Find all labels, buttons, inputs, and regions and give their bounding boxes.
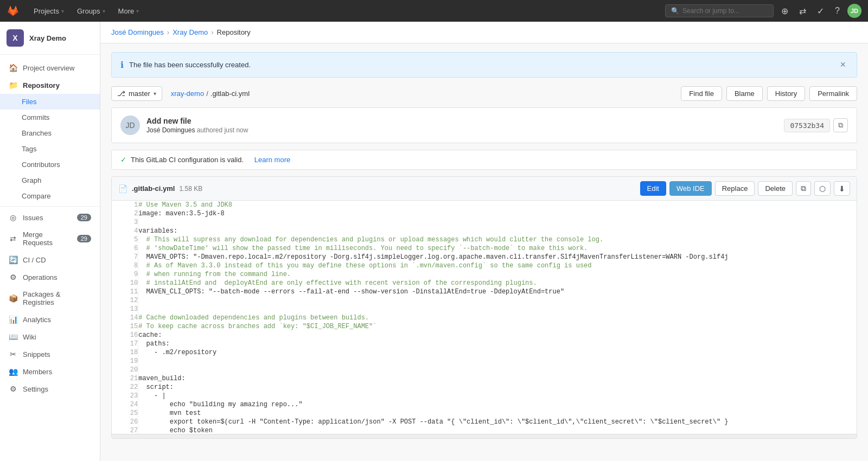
- line-code: - |: [138, 392, 857, 400]
- new-item-icon[interactable]: ⊕: [778, 4, 792, 18]
- copy-hash-button[interactable]: ⧉: [833, 118, 848, 132]
- sidebar-item-graph[interactable]: Graph: [0, 172, 100, 188]
- sidebar-item-contributors[interactable]: Contributors: [0, 157, 100, 172]
- line-number: 19: [112, 357, 138, 366]
- sidebar-item-members[interactable]: 👥 Members: [0, 363, 100, 380]
- branch-selector[interactable]: ⎇ master ▾: [111, 86, 162, 101]
- table-row: 2image: maven:3.5-jdk-8: [112, 209, 857, 218]
- ci-valid-text: This GitLab CI configuration is valid.: [131, 156, 244, 164]
- line-number: 10: [112, 279, 138, 287]
- merge-request-icon[interactable]: ⇄: [796, 4, 809, 18]
- sidebar-item-settings[interactable]: ⚙ Settings: [0, 380, 100, 398]
- groups-chevron-icon: ▾: [103, 8, 105, 14]
- sidebar-project[interactable]: X Xray Demo: [0, 22, 100, 55]
- search-bar[interactable]: 🔍: [665, 4, 774, 17]
- todo-icon[interactable]: ✓: [814, 4, 827, 18]
- edit-button[interactable]: Edit: [640, 181, 666, 196]
- sidebar-item-analytics[interactable]: 📊 Analytics: [0, 311, 100, 328]
- sidebar-item-branches[interactable]: Branches: [0, 125, 100, 141]
- home-icon: 🏠: [9, 63, 17, 72]
- line-number: 15: [112, 322, 138, 331]
- table-row: 18 - .m2/repository: [112, 348, 857, 357]
- table-row: 8 # As of Maven 3.3.0 instead of this yo…: [112, 261, 857, 270]
- sidebar-item-merge-requests[interactable]: ⇄ Merge Requests 29: [0, 226, 100, 251]
- code-scrollbar[interactable]: [112, 434, 857, 438]
- line-number: 27: [112, 426, 138, 434]
- alert-info-icon: ℹ: [120, 60, 124, 70]
- nav-projects[interactable]: Projects ▾: [28, 5, 69, 17]
- alert-banner: ℹ The file has been successfully created…: [111, 52, 857, 78]
- file-path-root[interactable]: xray-demo: [171, 89, 204, 98]
- nav-more[interactable]: More ▾: [113, 5, 145, 17]
- ci-learn-more-link[interactable]: Learn more: [254, 156, 290, 164]
- line-number: 17: [112, 340, 138, 348]
- sidebar-item-commits[interactable]: Commits: [0, 110, 100, 125]
- sidebar-item-wiki[interactable]: 📖 Wiki: [0, 328, 100, 345]
- commit-hash: 07532b34: [784, 119, 830, 132]
- sidebar-item-compare[interactable]: Compare: [0, 188, 100, 204]
- sidebar-item-packages[interactable]: 📦 Packages & Registries: [0, 286, 100, 311]
- line-code: [138, 218, 857, 227]
- line-code: [138, 366, 857, 374]
- line-number: 6: [112, 244, 138, 253]
- navbar-brand[interactable]: [7, 4, 20, 17]
- navbar-right: 🔍 ⊕ ⇄ ✓ ? JD: [665, 4, 861, 18]
- web-ide-button[interactable]: Web IDE: [669, 181, 712, 196]
- table-row: 1# Use Maven 3.5 and JDK8: [112, 201, 857, 209]
- settings-icon: ⚙: [9, 385, 17, 393]
- breadcrumb: José Domingues › Xray Demo › Repository: [100, 22, 868, 43]
- line-number: 9: [112, 270, 138, 279]
- table-row: 10 # installAtEnd and deployAtEnd are on…: [112, 279, 857, 287]
- line-code: # 'showDateTime' will show the passed ti…: [138, 244, 857, 253]
- more-chevron-icon: ▾: [136, 8, 139, 14]
- sidebar-item-operations[interactable]: ⚙ Operations: [0, 268, 100, 286]
- line-code: [138, 357, 857, 366]
- code-area[interactable]: 1# Use Maven 3.5 and JDK82image: maven:3…: [112, 201, 857, 434]
- download-button[interactable]: ⬇: [834, 181, 850, 196]
- sidebar-item-project-overview[interactable]: 🏠 Project overview: [0, 59, 100, 76]
- copy-content-button[interactable]: ⧉: [796, 181, 811, 196]
- breadcrumb-user[interactable]: José Domingues: [111, 28, 164, 36]
- breadcrumb-project[interactable]: Xray Demo: [173, 28, 208, 36]
- file-toolbar: ⎇ master ▾ xray-demo / .gitlab-ci.yml Fi…: [111, 86, 857, 101]
- line-code: mvn test: [138, 409, 857, 418]
- line-number: 16: [112, 331, 138, 340]
- nav-groups[interactable]: Groups ▾: [72, 5, 111, 17]
- delete-button[interactable]: Delete: [758, 181, 793, 196]
- viewer-actions: Edit Web IDE Replace Delete ⧉ ⬡ ⬇: [640, 181, 850, 196]
- find-file-button[interactable]: Find file: [681, 86, 722, 101]
- line-code: # As of Maven 3.3.0 instead of this you …: [138, 261, 857, 270]
- operations-icon: ⚙: [9, 273, 17, 281]
- analytics-icon: 📊: [9, 315, 17, 324]
- line-code: [138, 305, 857, 313]
- table-row: 23 - |: [112, 392, 857, 400]
- replace-button[interactable]: Replace: [715, 181, 755, 196]
- line-number: 12: [112, 296, 138, 305]
- line-number: 3: [112, 218, 138, 227]
- history-button[interactable]: History: [767, 86, 805, 101]
- sidebar-item-tags[interactable]: Tags: [0, 141, 100, 157]
- search-input[interactable]: [682, 7, 764, 15]
- sidebar-item-ci-cd[interactable]: 🔄 CI / CD: [0, 251, 100, 268]
- line-code: maven_build:: [138, 374, 857, 383]
- table-row: 25 mvn test: [112, 409, 857, 418]
- file-path: xray-demo / .gitlab-ci.yml: [167, 87, 254, 100]
- help-icon[interactable]: ?: [832, 4, 843, 18]
- sidebar-item-snippets[interactable]: ✂ Snippets: [0, 345, 100, 363]
- permalink-button[interactable]: Permalink: [809, 86, 857, 101]
- sidebar-item-issues[interactable]: ◎ Issues 29: [0, 209, 100, 226]
- branch-chevron-icon: ▾: [154, 91, 156, 97]
- avatar[interactable]: JD: [847, 4, 861, 18]
- main-content: José Domingues › Xray Demo › Repository …: [100, 22, 868, 461]
- table-row: 21maven_build:: [112, 374, 857, 383]
- file-viewer: 📄 .gitlab-ci.yml 1.58 KB Edit Web IDE Re…: [111, 176, 857, 439]
- line-code: echo $token: [138, 426, 857, 434]
- line-number: 26: [112, 418, 138, 426]
- line-code: # Use Maven 3.5 and JDK8: [138, 201, 857, 209]
- sidebar-item-files[interactable]: Files: [0, 94, 100, 110]
- blame-button[interactable]: Blame: [726, 86, 763, 101]
- file-name: .gitlab-ci.yml: [132, 184, 175, 193]
- view-raw-button[interactable]: ⬡: [814, 181, 831, 196]
- alert-close-button[interactable]: ×: [838, 59, 848, 71]
- sidebar-item-repository[interactable]: 📁 Repository: [0, 76, 100, 94]
